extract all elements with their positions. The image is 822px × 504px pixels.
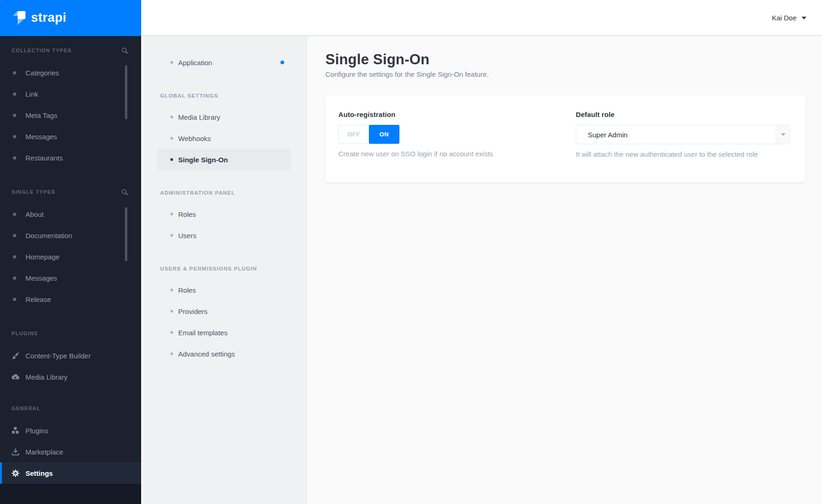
default-role-value: Super Admin: [576, 131, 628, 139]
subnav-group-users-permissions: USERS & PERMISSIONS PLUGIN: [143, 262, 307, 276]
bullet-icon: [13, 277, 16, 280]
default-role-label: Default role: [576, 111, 790, 118]
bullet-icon: [13, 255, 16, 258]
subnav-item-media-library[interactable]: Media Library: [157, 106, 291, 128]
top-header-bar: Kai Doe: [141, 0, 822, 36]
settings-subnav: Application GLOBAL SETTINGS Media Librar…: [141, 36, 307, 504]
default-role-helper: It will attach the new authenticated use…: [576, 150, 790, 158]
bullet-icon: [170, 137, 173, 140]
user-menu[interactable]: Kai Doe: [772, 14, 806, 22]
toggle-off-option[interactable]: OFF: [339, 125, 369, 143]
search-icon[interactable]: [121, 189, 128, 196]
bullet-icon: [170, 289, 173, 291]
user-name: Kai Doe: [772, 14, 797, 22]
bullet-icon: [170, 213, 173, 215]
download-icon: [11, 448, 19, 456]
auto-registration-toggle[interactable]: OFF ON: [338, 125, 399, 144]
bullet-icon: [170, 61, 173, 64]
bullet-icon: [13, 156, 16, 160]
chevron-down-icon: [781, 133, 785, 136]
sidebar-item-messages[interactable]: Messages: [0, 126, 141, 147]
sidebar-item-marketplace[interactable]: Marketplace: [0, 441, 141, 462]
sidebar-footer: [0, 484, 141, 504]
page-title: Single Sign-On: [325, 51, 805, 68]
cloud-upload-icon: [11, 373, 19, 381]
section-general: GENERAL Plugins: [0, 401, 141, 484]
subnav-item-admin-roles[interactable]: Roles: [157, 203, 291, 225]
toggle-on-option[interactable]: ON: [369, 125, 399, 144]
bullet-icon: [170, 116, 173, 118]
sidebar-item-restaurants[interactable]: Restaurants: [0, 147, 141, 168]
sidebar-item-documentation[interactable]: Documentation: [0, 225, 141, 246]
app-window: strapi COLLECTION TYPES Categories Link …: [0, 0, 822, 504]
default-role-field: Default role Super Admin It will attach …: [576, 111, 790, 182]
bullet-icon: [13, 71, 16, 74]
cubes-icon: [11, 426, 19, 435]
main-sidebar: strapi COLLECTION TYPES Categories Link …: [0, 0, 141, 504]
bullet-icon: [13, 213, 16, 216]
subnav-item-single-sign-on[interactable]: Single Sign-On: [157, 149, 291, 170]
sidebar-item-link[interactable]: Link: [0, 83, 141, 104]
section-single-types: SINGLE TYPES About Documentation Homepag…: [0, 185, 141, 310]
bullet-icon: [170, 158, 173, 161]
general-title: GENERAL: [12, 406, 40, 411]
sidebar-item-release[interactable]: Release: [0, 289, 141, 310]
select-caret-zone[interactable]: [776, 125, 790, 144]
bullet-icon: [170, 352, 173, 355]
subnav-item-admin-users[interactable]: Users: [157, 225, 291, 246]
bullet-icon: [170, 234, 173, 237]
bullet-icon: [13, 114, 16, 117]
auto-registration-field: Auto-registration OFF ON Create new user…: [338, 111, 553, 182]
sidebar-item-homepage[interactable]: Homepage: [0, 246, 141, 267]
single-types-title: SINGLE TYPES: [12, 189, 55, 195]
subnav-item-providers[interactable]: Providers: [157, 301, 291, 322]
sidebar-item-messages-single[interactable]: Messages: [0, 267, 141, 289]
bullet-icon: [13, 92, 16, 96]
strapi-logo-icon: [13, 11, 25, 25]
bullet-icon: [13, 234, 16, 237]
strapi-brand[interactable]: strapi: [0, 0, 141, 36]
default-role-select[interactable]: Super Admin: [576, 125, 790, 144]
subnav-item-webhooks[interactable]: Webhooks: [157, 128, 291, 149]
subnav-item-application[interactable]: Application: [157, 52, 291, 73]
sidebar-item-about[interactable]: About: [0, 203, 141, 225]
sidebar-item-settings[interactable]: Settings: [0, 462, 141, 484]
bullet-icon: [13, 135, 16, 138]
sidebar-item-content-type-builder[interactable]: Content-Type Builder: [0, 345, 141, 366]
right-region: Kai Doe Application GLOBAL SETTINGS Medi…: [141, 0, 822, 504]
subnav-item-email-templates[interactable]: Email templates: [157, 322, 291, 343]
subnav-item-up-roles[interactable]: Roles: [157, 279, 291, 301]
single-types-scrollbar[interactable]: [125, 207, 127, 261]
page-subtitle: Configure the settings for the Single Si…: [325, 70, 805, 78]
section-plugins: PLUGINS Content-Type Builder: [0, 326, 141, 387]
collection-types-scrollbar[interactable]: [125, 65, 127, 119]
auto-registration-label: Auto-registration: [338, 111, 553, 118]
sidebar-item-categories[interactable]: Categories: [0, 62, 141, 83]
subnav-group-global-settings: GLOBAL SETTINGS: [143, 89, 307, 103]
search-icon[interactable]: [121, 47, 128, 54]
gear-icon: [11, 469, 19, 477]
subnav-group-administration-panel: ADMINISTRATION PANEL: [143, 186, 307, 200]
sidebar-item-plugins[interactable]: Plugins: [0, 420, 141, 441]
notification-dot: [280, 61, 284, 64]
bullet-icon: [170, 331, 173, 334]
section-collection-types: COLLECTION TYPES Categories Link Meta Ta…: [0, 43, 141, 168]
chevron-down-icon: [802, 17, 806, 19]
sidebar-item-media-library[interactable]: Media Library: [0, 366, 141, 387]
subnav-item-advanced-settings[interactable]: Advanced settings: [157, 343, 291, 364]
plugins-title: PLUGINS: [12, 331, 38, 336]
collection-types-title: COLLECTION TYPES: [12, 48, 72, 53]
paintbrush-icon: [11, 351, 19, 360]
auto-registration-helper: Create new user on SSO login if no accou…: [338, 150, 553, 158]
main-content: Single Sign-On Configure the settings fo…: [307, 36, 822, 504]
sso-settings-card: Auto-registration OFF ON Create new user…: [325, 95, 805, 182]
sidebar-item-meta-tags[interactable]: Meta Tags: [0, 104, 141, 126]
bullet-icon: [170, 310, 173, 313]
brand-name: strapi: [31, 11, 67, 25]
bullet-icon: [13, 298, 16, 301]
